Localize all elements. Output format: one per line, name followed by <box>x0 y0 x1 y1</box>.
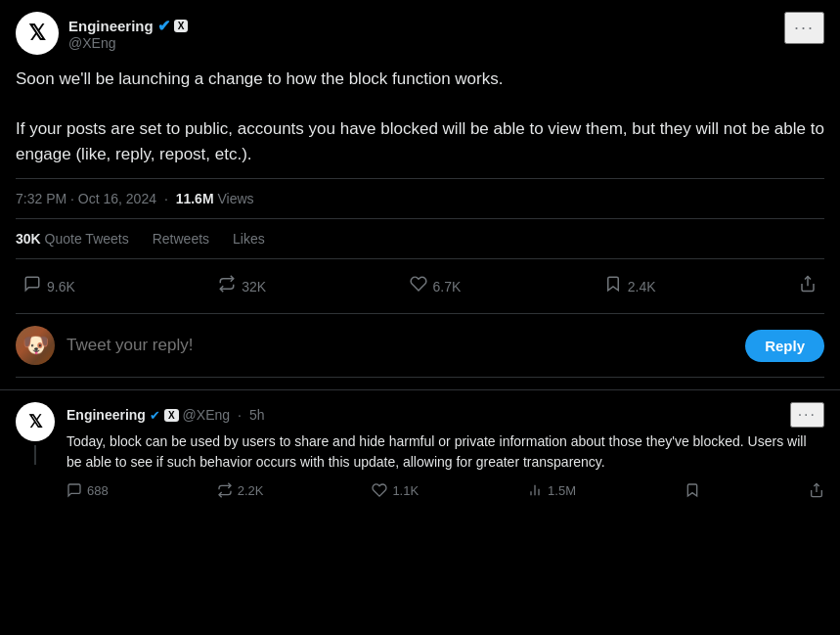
retweet-icon <box>218 275 236 297</box>
reply-x-badge: X <box>164 409 179 422</box>
reply-box: 🐶 Reply <box>16 314 824 378</box>
reply-tweet-avatar[interactable]: 𝕏 <box>16 402 55 441</box>
like-icon <box>410 275 427 297</box>
tweet-meta: 7:32 PM · Oct 16, 2024 · 11.6M Views <box>16 178 824 219</box>
retweets-stat[interactable]: Retweets <box>153 231 209 247</box>
tweet-stats: 30K Quote Tweets Retweets Likes <box>16 219 824 259</box>
thread-line <box>34 445 36 465</box>
reply-verified-icon: ✔ <box>150 408 160 423</box>
author-name-row: Engineering ✔ X <box>68 17 188 35</box>
bookmark-icon <box>604 275 622 297</box>
tweet-body: Soon we'll be launching a change to how … <box>16 67 824 166</box>
quote-tweets-stat[interactable]: 30K Quote Tweets <box>16 231 129 247</box>
reply-tweet-share-icon <box>809 482 824 498</box>
tweet-line-1: Soon we'll be launching a change to how … <box>16 67 824 92</box>
reply-tweet-actions: 688 2.2K 1.1K <box>66 482 824 498</box>
main-tweet-card: 𝕏 Engineering ✔ X @XEng ··· Soon we'll b… <box>0 0 840 390</box>
reply-time-ago: 5h <box>249 407 265 423</box>
reply-tweet-views-icon <box>527 482 543 498</box>
reply-tweet-body: Today, block can be used by users to sha… <box>66 431 824 473</box>
like-count: 6.7K <box>433 279 462 295</box>
reply-tweet-retweet-icon <box>217 482 233 498</box>
retweets-label: Retweets <box>153 231 209 247</box>
reply-tweet-reply-icon <box>66 482 82 498</box>
quote-tweets-label: Quote Tweets <box>45 231 129 247</box>
author-avatar[interactable]: 𝕏 <box>16 12 59 55</box>
reply-tweet-bookmark-icon <box>685 482 700 498</box>
likes-label: Likes <box>233 231 265 247</box>
x-badge: X <box>174 20 189 32</box>
reply-author-handle: @XEng <box>183 407 230 423</box>
author-handle: @XEng <box>68 35 188 51</box>
tweet-line-2: If your posts are set to public, account… <box>16 116 824 166</box>
reply-tweet-author: Engineering ✔ X @XEng · 5h <box>66 407 265 423</box>
reply-author-name: Engineering <box>66 407 146 423</box>
reply-tweet-views-button[interactable]: 1.5M <box>527 482 576 498</box>
reply-tweet-views-count: 1.5M <box>548 483 576 498</box>
tweet-timestamp: 7:32 PM · Oct 16, 2024 <box>16 191 156 206</box>
bookmark-action-button[interactable]: 2.4K <box>597 271 664 301</box>
reply-tweet-share-button[interactable] <box>809 482 824 498</box>
tweet-header: 𝕏 Engineering ✔ X @XEng ··· <box>16 12 824 55</box>
author-name: Engineering <box>68 18 154 34</box>
reply-tweet-content: Engineering ✔ X @XEng · 5h ··· Today, bl… <box>66 402 824 498</box>
share-action-button[interactable] <box>791 271 824 301</box>
author-info: Engineering ✔ X @XEng <box>68 17 188 51</box>
reply-tweet-like-icon <box>372 482 387 498</box>
reply-user-avatar: 🐶 <box>16 326 55 365</box>
retweet-action-button[interactable]: 32K <box>210 271 274 301</box>
reply-tweet-bookmark-button[interactable] <box>685 482 700 498</box>
reply-input[interactable] <box>66 336 733 355</box>
share-icon <box>799 275 817 297</box>
reply-tweet-header: 𝕏 Engineering ✔ X @XEng · 5h ··· Today, … <box>16 402 824 498</box>
reply-tweet-reply-button[interactable]: 688 <box>66 482 109 498</box>
reply-more-options-button[interactable]: ··· <box>790 402 824 428</box>
quote-tweets-count: 30K <box>16 231 41 247</box>
verified-icon: ✔ <box>157 17 170 35</box>
reply-count: 9.6K <box>47 279 75 295</box>
reply-tweet-left: 𝕏 <box>16 402 55 465</box>
retweet-count: 32K <box>242 279 266 295</box>
reply-action-button[interactable]: 9.6K <box>16 271 83 301</box>
tweet-actions: 9.6K 32K 6.7K <box>16 259 824 314</box>
reply-tweet-retweet-button[interactable]: 2.2K <box>217 482 264 498</box>
reply-icon <box>23 275 41 297</box>
reply-tweet-like-count: 1.1K <box>392 483 419 498</box>
reply-tweet-meta-row: Engineering ✔ X @XEng · 5h ··· <box>66 402 824 428</box>
reply-tweet-card: 𝕏 Engineering ✔ X @XEng · 5h ··· Today, … <box>0 390 840 510</box>
reply-tweet-like-button[interactable]: 1.1K <box>372 482 419 498</box>
likes-stat[interactable]: Likes <box>233 231 265 247</box>
reply-button[interactable]: Reply <box>745 330 824 362</box>
bookmark-count: 2.4K <box>628 279 656 295</box>
views-count: 11.6M <box>176 191 214 206</box>
reply-tweet-retweet-count: 2.2K <box>238 483 264 498</box>
x-logo-icon: 𝕏 <box>28 21 46 46</box>
reply-tweet-reply-count: 688 <box>87 483 109 498</box>
like-action-button[interactable]: 6.7K <box>402 271 469 301</box>
author-row: 𝕏 Engineering ✔ X @XEng <box>16 12 188 55</box>
views-label: Views <box>217 191 253 206</box>
more-options-button[interactable]: ··· <box>784 12 824 44</box>
reply-tweet-x-logo: 𝕏 <box>28 411 43 432</box>
